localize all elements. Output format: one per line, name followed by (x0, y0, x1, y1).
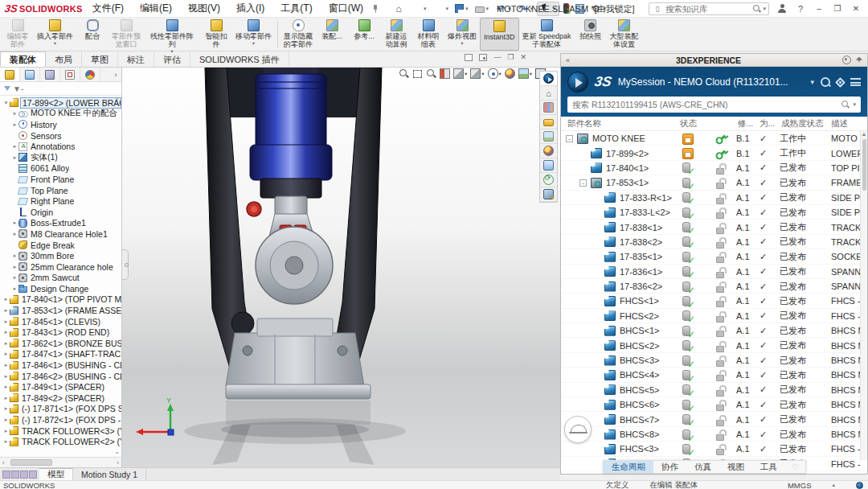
part-name[interactable]: BHCS<5> (620, 383, 682, 397)
open-document-button[interactable]: ▾ (431, 2, 452, 16)
move-component-button[interactable]: 移动零部件▾ (232, 18, 275, 51)
tree-item[interactable]: ▸30mm Bore (0, 250, 121, 261)
scroll-right-icon[interactable]: › (114, 459, 121, 466)
tree-filter-bar[interactable]: ▼- (0, 82, 121, 96)
expand-arrow-icon[interactable]: ▸ (11, 274, 18, 281)
part-name[interactable]: BHCS<1> (620, 323, 682, 338)
tree-scroll-up-icon[interactable]: ⌃ (114, 97, 120, 105)
column-header-1[interactable]: 状态 (680, 118, 697, 129)
dropdown-arrow-icon[interactable]: ▾ (252, 40, 255, 46)
panel-splitter-handle[interactable] (122, 249, 129, 280)
tree-item[interactable]: ▸Boss-Extrude1 (0, 218, 121, 229)
zoom-to-area-button[interactable] (412, 68, 423, 79)
lifecycle-tab-工具[interactable]: 工具 (752, 461, 785, 473)
part-name[interactable]: BHCS<2> (620, 338, 682, 352)
tree-item[interactable]: ▸17-853<1> (FRAME ASSEM (0, 305, 121, 316)
session-selector[interactable]: MySession - NEMO Cloud (R1132101... (618, 76, 805, 88)
tree-item[interactable]: ▸17-840<1> (TOP PIVOT MO (0, 294, 121, 306)
save-button[interactable]: ▾ (452, 2, 471, 16)
parts-table-row[interactable]: 17-833-R<1>A.1✓已发布SIDE PL (561, 191, 867, 205)
new-document-button[interactable]: ▾ (408, 2, 429, 16)
parts-table-row[interactable]: 17-836<2>A.1✓已发布SPANNE (561, 279, 867, 294)
ribbon-tab-标注[interactable]: 标注 (118, 51, 154, 67)
minimize-button[interactable]: – (813, 4, 825, 13)
edit-appearance-button[interactable] (505, 68, 515, 79)
graphics-viewport[interactable]: ▾▾▾▾▾ Y (122, 68, 560, 467)
part-name[interactable]: FHCS<1> (620, 294, 682, 308)
panel-scrollbar-thumb[interactable] (862, 139, 866, 191)
expand-arrow-icon[interactable]: ▸ (11, 154, 18, 161)
part-name[interactable]: 17-836<1> (620, 265, 682, 279)
part-name[interactable]: BHCS<7> (620, 412, 682, 426)
solidworks-logo[interactable]: 3S SOLIDWORKS (5, 2, 83, 14)
expand-arrow-icon[interactable]: ▸ (2, 318, 10, 325)
parts-table-row[interactable]: 17-838<2>A.1✓已发布TRACK- (561, 235, 867, 249)
lifecycle-tab-协作[interactable]: 协作 (653, 461, 686, 473)
ribbon-tab-草图[interactable]: 草图 (82, 51, 118, 67)
3dexperience-compass-tab[interactable] (540, 72, 557, 86)
part-name[interactable]: FHCS<3> (620, 442, 682, 456)
panel-pin-icon[interactable] (856, 57, 862, 64)
tree-item[interactable]: ▸TRACK FOLLOWER<2> (YO (0, 436, 121, 447)
collapse-icon[interactable]: - (566, 135, 573, 142)
smart-fasteners-button[interactable]: 智能扣 件 (200, 18, 232, 51)
knowledge-search-input[interactable] (665, 4, 751, 14)
column-header-2[interactable]: 修... (738, 118, 753, 129)
panel-search-bar[interactable]: ▾ (567, 97, 861, 113)
home-button[interactable]: ⌂ (391, 2, 407, 16)
fm-tabs-more-icon[interactable]: › (110, 68, 121, 81)
doc-minimize-button[interactable]: — (493, 54, 501, 61)
tree-item[interactable]: Top Plane (0, 185, 121, 196)
parts-table-row[interactable]: FHCS<3>A.1✓已发布FHCS - M (561, 442, 867, 456)
tree-item[interactable]: Edge Break (0, 240, 121, 251)
print-button[interactable]: ▾ (473, 2, 492, 16)
tree-item[interactable]: ▸TRACK FOLLOWER<3> (YO (0, 425, 121, 437)
row-expand-toggle[interactable]: - (579, 175, 589, 190)
previous-view-button[interactable] (426, 68, 436, 79)
model-tab-Motion Study 1[interactable]: Motion Study 1 (73, 468, 146, 480)
tree-item[interactable]: ▸MOTO KNEE 中的配合 (0, 109, 121, 120)
parts-table-row[interactable]: 17-833-L<2>A.1✓已发布SIDE PL (561, 205, 867, 220)
expand-arrow-icon[interactable]: ▸ (2, 329, 10, 335)
tree-item[interactable]: Sensors (0, 130, 121, 142)
ribbon-tab-SOLIDWORKS 插件[interactable]: SOLIDWORKS 插件 (190, 51, 289, 67)
help-icon[interactable]: ? (795, 3, 806, 14)
expand-arrow-icon[interactable]: ▸ (2, 428, 10, 434)
menu-item-2[interactable]: 视图(V) (186, 1, 222, 16)
expand-arrow-icon[interactable]: ▸ (2, 296, 10, 302)
panel-search-icon[interactable] (821, 77, 830, 87)
fm-tab-property-manager[interactable] (20, 68, 40, 81)
lifecycle-tab-视图[interactable]: 视图 (719, 461, 752, 473)
expand-arrow-icon[interactable]: ▸ (2, 362, 10, 368)
dropdown-arrow-icon[interactable]: ▾ (446, 6, 449, 12)
panel-scrollbar[interactable]: ▲ (860, 131, 867, 460)
expand-arrow-icon[interactable]: ▸ (11, 231, 18, 237)
last-tab-icon[interactable] (29, 471, 37, 479)
fm-tab-feature-manager[interactable] (0, 68, 20, 81)
expand-arrow-icon[interactable]: ▸ (2, 340, 10, 347)
dropdown-arrow-icon[interactable]: ▾ (499, 71, 502, 77)
panel-search-dropdown-icon[interactable]: ▾ (853, 101, 856, 108)
tree-item[interactable]: Origin (0, 207, 121, 218)
pin-menu-icon[interactable] (371, 5, 379, 13)
restore-button[interactable]: ❐ (832, 4, 843, 13)
expand-arrow-icon[interactable]: ▸ (2, 351, 10, 357)
panel-menu-icon[interactable] (850, 78, 861, 86)
menu-item-5[interactable]: 窗口(W) (327, 1, 365, 16)
display-style-button[interactable]: ▾ (470, 68, 484, 79)
solidworks-resources-home-tab[interactable]: ⌂ (540, 86, 557, 101)
tree-item[interactable]: ▸17-847<1> (SHAFT-TRACK) (0, 349, 121, 360)
parts-table-row[interactable]: FHCS<1>A.1✓已发布FHCS - M (561, 294, 867, 308)
parts-table-row[interactable]: BHCS<8>A.1✓已发布BHCS M (561, 427, 867, 442)
cascade-window-icon[interactable] (465, 54, 473, 61)
apply-scene-button[interactable]: ▾ (518, 68, 532, 79)
scroll-left-icon[interactable]: ‹ (0, 459, 7, 466)
column-header-3[interactable]: 为... (760, 118, 775, 129)
linear-component-pattern-button[interactable]: 线性零部件阵列▾ (144, 18, 200, 51)
tab-navigation-buttons[interactable] (0, 468, 39, 480)
assembly-features-button[interactable]: 装配... (316, 18, 348, 51)
prev-tab-icon[interactable] (11, 471, 19, 479)
menu-item-4[interactable]: 工具(T) (279, 1, 313, 16)
tree-item[interactable]: ▸(-) 17-872<1> (FOX DPS - R (0, 414, 121, 425)
show-hidden-components-button[interactable]: 显示隐藏 的零部件 (280, 18, 316, 51)
